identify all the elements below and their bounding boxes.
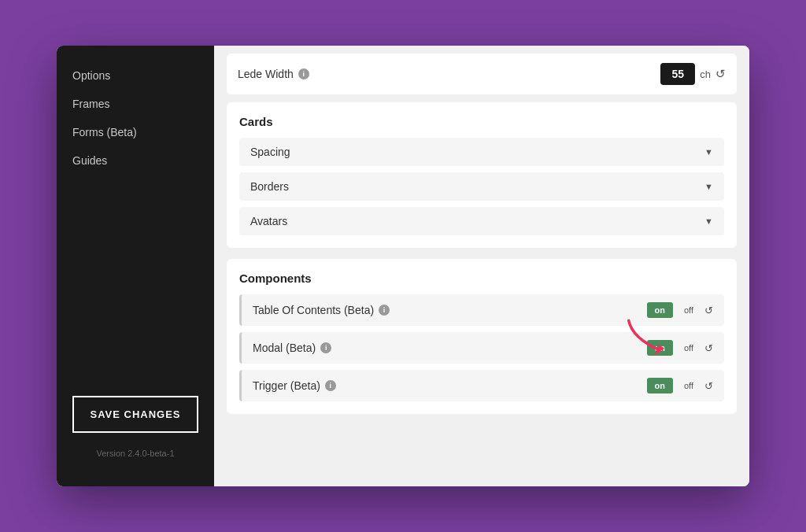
save-button-wrap: SAVE CHANGES (57, 380, 214, 449)
cards-section: Cards Spacing ▼ Borders ▼ Avatars ▼ (227, 102, 737, 248)
sidebar-item-options[interactable]: Options (57, 61, 214, 90)
component-modal-info-icon[interactable]: i (320, 342, 331, 353)
component-toc-info-icon[interactable]: i (379, 305, 390, 316)
cards-borders-dropdown[interactable]: Borders ▼ (239, 172, 724, 201)
cards-section-title: Cards (239, 115, 724, 128)
main-content: Lede Width i 55 ch ↺ Cards Spacing ▼ Bor… (214, 46, 749, 486)
lede-width-controls: 55 ch ↺ (660, 63, 726, 85)
component-trigger-reset-button[interactable]: ↺ (704, 380, 713, 392)
lede-width-value[interactable]: 55 (660, 63, 695, 85)
app-window: Options Frames Forms (Beta) Guides SAVE … (57, 46, 749, 486)
sidebar-nav: Options Frames Forms (Beta) Guides (57, 61, 214, 380)
lede-width-row: Lede Width i 55 ch ↺ (227, 54, 737, 94)
components-section-title: Components (239, 272, 724, 285)
sidebar-item-guides[interactable]: Guides (57, 146, 214, 175)
component-modal-reset-button[interactable]: ↺ (704, 342, 713, 354)
cards-spacing-label: Spacing (250, 146, 290, 158)
component-toc-label: Table Of Contents (Beta) i (253, 304, 390, 316)
component-trigger-info-icon[interactable]: i (325, 380, 336, 391)
save-changes-button[interactable]: SAVE CHANGES (72, 396, 198, 433)
cards-avatars-dropdown[interactable]: Avatars ▼ (239, 207, 724, 235)
sidebar: Options Frames Forms (Beta) Guides SAVE … (57, 46, 214, 486)
component-row-modal: Modal (Beta) i on off ↺ (239, 332, 724, 364)
component-row-trigger: Trigger (Beta) i on off ↺ (239, 370, 724, 401)
lede-width-reset-icon[interactable]: ↺ (715, 67, 726, 81)
cards-borders-label: Borders (250, 180, 289, 193)
component-trigger-label: Trigger (Beta) i (253, 379, 336, 392)
sidebar-item-frames[interactable]: Frames (57, 90, 214, 118)
cards-spacing-dropdown[interactable]: Spacing ▼ (239, 138, 724, 166)
component-trigger-on-button[interactable]: on (647, 378, 673, 393)
lede-width-label: Lede Width i (238, 68, 309, 80)
component-trigger-off-button[interactable]: off (678, 378, 700, 393)
cards-spacing-arrow-icon: ▼ (704, 147, 713, 157)
component-trigger-toggle-group: on off ↺ (647, 378, 713, 393)
component-modal-label: Modal (Beta) i (253, 342, 331, 354)
component-toc-toggle-group: on off ↺ (647, 302, 713, 318)
cards-avatars-label: Avatars (250, 215, 287, 227)
component-modal-off-button[interactable]: off (678, 340, 700, 356)
component-toc-off-button[interactable]: off (678, 302, 700, 318)
component-row-toc: Table Of Contents (Beta) i on off ↺ (239, 294, 724, 326)
component-modal-on-button[interactable]: on (647, 340, 673, 356)
lede-width-unit: ch (700, 68, 711, 80)
component-modal-toggle-group: on off ↺ (647, 340, 713, 356)
component-toc-reset-button[interactable]: ↺ (704, 305, 713, 316)
version-label: Version 2.4.0-beta-1 (57, 449, 214, 471)
cards-borders-arrow-icon: ▼ (704, 182, 713, 191)
sidebar-item-forms-beta[interactable]: Forms (Beta) (57, 118, 214, 146)
cards-avatars-arrow-icon: ▼ (704, 216, 713, 226)
components-section: Components Table Of Contents (Beta) i on… (227, 259, 737, 414)
lede-width-info-icon[interactable]: i (298, 68, 309, 79)
component-toc-on-button[interactable]: on (647, 302, 673, 318)
